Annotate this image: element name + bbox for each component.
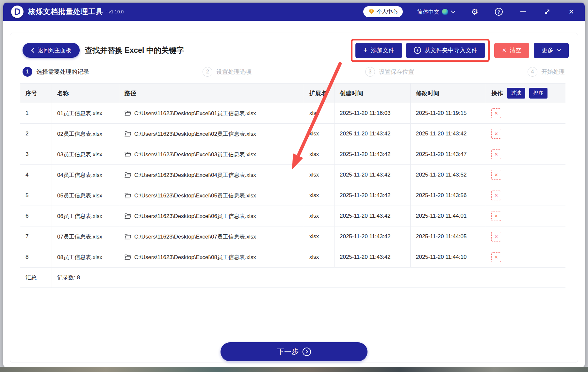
cell-name: 04员工信息表.xlsx [52,165,119,185]
cell-modified: 2025-11-20 11:43:42 [411,124,486,144]
step-2: 2 设置处理选项 [203,67,252,77]
path-text: C:\Users\11623\Desktop\Excel\05员工信息表.xls… [134,192,256,199]
folder-icon [124,213,131,219]
import-from-folder-button[interactable]: + 从文件夹中导入文件 [406,43,485,58]
file-table: 序号 名称 路径 扩展名 创建时间 修改时间 操作 过滤 排序 [20,83,565,288]
cell-created: 2025-11-20 11:43:42 [335,144,411,165]
header-ops: 操作 过滤 排序 [486,84,566,103]
chevron-down-icon [557,49,561,52]
delete-row-button[interactable]: × [491,211,501,221]
cell-created: 2025-11-20 11:43:42 [335,165,411,185]
cell-path: C:\Users\11623\Desktop\Excel\05员工信息表.xls… [119,185,304,206]
header-ext: 扩展名 [304,84,335,103]
title-bar: D 核烁文档批量处理工具 - v1.10.0 个人中心 简体中文 ⚙ [3,3,585,21]
help-icon: ? [495,8,503,16]
clear-x-icon: × [502,47,506,54]
maximize-button[interactable] [542,7,552,17]
help-button[interactable]: ? [494,7,504,17]
cell-ext: xlsx [304,206,335,226]
cell-seq: 4 [20,165,52,185]
cell-modified: 2025-11-20 11:44:05 [411,226,486,247]
personal-center-label: 个人中心 [377,8,398,15]
toolbar: 返回到主面板 查找并替换 Excel 中的关键字 + 添加文件 + 从文件夹中导… [10,33,578,63]
folder-icon [124,255,131,260]
table-row: 1 01员工信息表.xlsx C:\Users\11623\Desktop\Ex… [20,103,566,124]
cell-ext: xlsx [304,103,335,124]
back-to-dashboard-button[interactable]: 返回到主面板 [23,43,80,58]
next-step-button[interactable]: 下一步 [220,342,368,361]
app-version: - v1.10.0 [106,9,123,14]
table-header-row: 序号 名称 路径 扩展名 创建时间 修改时间 操作 过滤 排序 [20,84,566,103]
cell-created: 2025-11-20 11:16:03 [335,103,411,124]
settings-button[interactable]: ⚙ [470,7,480,17]
close-window-button[interactable]: × [566,7,576,17]
delete-row-button[interactable]: × [491,149,501,159]
desktop-background [0,367,588,372]
cell-ext: xlsx [304,124,335,144]
cell-modified: 2025-11-20 11:44:01 [411,206,486,226]
app-title: 核烁文档批量处理工具 [28,7,103,17]
filter-button[interactable]: 过滤 [507,88,525,99]
cell-name: 03员工信息表.xlsx [52,144,119,165]
cell-created: 2025-11-20 11:43:42 [335,206,411,226]
cell-path: C:\Users\11623\Desktop\Excel\07员工信息表.xls… [119,226,304,247]
cell-name: 05员工信息表.xlsx [52,185,119,206]
path-text: C:\Users\11623\Desktop\Excel\02员工信息表.xls… [134,130,256,138]
table-row: 8 08员工信息表.xlsx C:\Users\11623\Desktop\Ex… [20,247,566,268]
table-row: 6 06员工信息表.xlsx C:\Users\11623\Desktop\Ex… [20,206,566,226]
cell-path: C:\Users\11623\Desktop\Excel\06员工信息表.xls… [119,206,304,226]
chevron-left-icon [31,47,35,53]
cell-created: 2025-11-20 11:43:42 [335,247,411,268]
cell-modified: 2025-11-20 11:43:52 [411,165,486,185]
add-file-button[interactable]: + 添加文件 [355,43,402,58]
cell-seq: 6 [20,206,52,226]
step-indicator: 1 选择需要处理的记录 2 设置处理选项 3 设置保存位置 4 开始处理 [23,67,565,77]
cell-name: 07员工信息表.xlsx [52,226,119,247]
path-text: C:\Users\11623\Desktop\Excel\03员工信息表.xls… [134,151,256,158]
cell-path: C:\Users\11623\Desktop\Excel\04员工信息表.xls… [119,165,304,185]
table-row: 7 07员工信息表.xlsx C:\Users\11623\Desktop\Ex… [20,226,566,247]
delete-row-button[interactable]: × [491,191,501,200]
chevron-down-icon [451,10,455,13]
table-row: 3 03员工信息表.xlsx C:\Users\11623\Desktop\Ex… [20,144,566,165]
delete-row-button[interactable]: × [491,252,501,262]
back-button-label: 返回到主面板 [38,47,71,54]
sort-button[interactable]: 排序 [529,88,547,99]
cell-name: 01员工信息表.xlsx [52,103,119,124]
arrow-right-circle-icon [302,348,311,356]
delete-row-button[interactable]: × [491,232,501,241]
import-from-folder-label: 从文件夹中导入文件 [424,46,477,54]
vip-gem-icon [368,9,374,15]
cell-created: 2025-11-20 11:43:42 [335,226,411,247]
cell-seq: 5 [20,185,52,206]
more-button[interactable]: 更多 [534,43,569,58]
clear-button[interactable]: × 清空 [494,43,529,58]
personal-center-button[interactable]: 个人中心 [363,6,403,17]
cell-seq: 2 [20,124,52,144]
step-3-number: 3 [365,67,375,77]
main-card: 返回到主面板 查找并替换 Excel 中的关键字 + 添加文件 + 从文件夹中导… [10,33,578,363]
path-text: C:\Users\11623\Desktop\Excel\06员工信息表.xls… [134,212,256,220]
cell-ops: × [486,185,566,206]
delete-row-button[interactable]: × [491,108,501,118]
cell-ext: xlsx [304,185,335,206]
language-label: 简体中文 [417,8,439,16]
step-4: 4 开始处理 [528,67,565,77]
clear-label: 清空 [510,46,521,54]
add-file-label: 添加文件 [371,46,394,54]
cell-seq: 3 [20,144,52,165]
language-selector[interactable]: 简体中文 [417,8,455,16]
summary-row: 汇总 记录数: 8 [20,268,566,288]
cell-modified: 2025-11-20 11:44:10 [411,247,486,268]
step-4-number: 4 [528,67,537,77]
header-modified: 修改时间 [411,84,486,103]
minimize-button[interactable] [518,7,528,17]
folder-icon [124,152,131,157]
delete-row-button[interactable]: × [491,129,501,139]
step-connector [259,72,358,72]
table-body: 1 01员工信息表.xlsx C:\Users\11623\Desktop\Ex… [20,103,566,268]
delete-row-button[interactable]: × [491,170,501,180]
table-row: 4 04员工信息表.xlsx C:\Users\11623\Desktop\Ex… [20,165,566,185]
cell-name: 02员工信息表.xlsx [52,124,119,144]
circle-plus-icon: + [414,47,421,54]
